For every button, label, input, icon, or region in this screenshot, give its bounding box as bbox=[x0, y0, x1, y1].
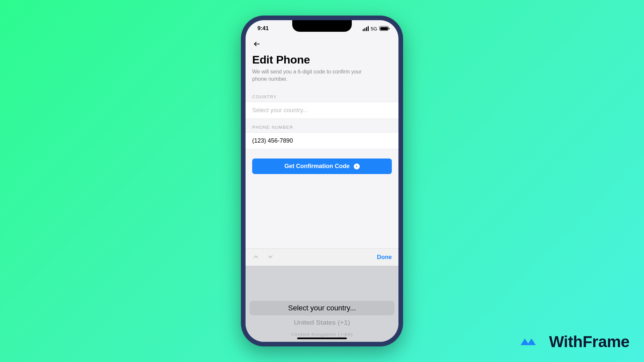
promo-stage: 9:41 5G Edit Phone We will send you a 6-… bbox=[0, 0, 644, 362]
accessory-done-button[interactable]: Done bbox=[377, 254, 392, 261]
page-subtitle: We will send you a 6-digit code to confi… bbox=[252, 68, 371, 82]
notch bbox=[292, 20, 352, 32]
accessory-prev-button[interactable] bbox=[252, 253, 259, 261]
get-code-button[interactable]: Get Confirmation Code bbox=[252, 158, 392, 174]
get-code-label: Get Confirmation Code bbox=[285, 163, 350, 170]
picker-option[interactable]: United States (+1) bbox=[246, 316, 398, 329]
accessory-next-button[interactable] bbox=[267, 253, 274, 261]
country-field-label: COUNTRY bbox=[246, 88, 398, 102]
battery-icon bbox=[379, 26, 389, 31]
brand-name: WithFrame bbox=[549, 333, 629, 351]
page-header: Edit Phone We will send you a 6-digit co… bbox=[246, 50, 398, 88]
arrow-right-circle-icon bbox=[354, 163, 360, 169]
phone-field-label: PHONE NUMBER bbox=[246, 119, 398, 132]
status-right: 5G bbox=[363, 26, 389, 31]
picker-wheel[interactable]: Select your country... United States (+1… bbox=[246, 266, 398, 342]
page-title: Edit Phone bbox=[252, 53, 392, 66]
phone-screen: 9:41 5G Edit Phone We will send you a 6-… bbox=[246, 20, 398, 342]
status-time: 9:41 bbox=[257, 25, 269, 32]
chevron-down-icon bbox=[267, 253, 274, 260]
network-label: 5G bbox=[371, 26, 377, 31]
picker-options: Select your country... United States (+1… bbox=[246, 266, 398, 342]
brand-watermark: WithFrame bbox=[520, 333, 629, 351]
input-accessory-bar: Done bbox=[246, 249, 398, 266]
chevron-up-icon bbox=[252, 253, 259, 260]
back-button[interactable] bbox=[252, 39, 261, 49]
phone-frame: 9:41 5G Edit Phone We will send you a 6-… bbox=[241, 16, 403, 346]
signal-icon bbox=[363, 26, 369, 31]
picker-option-selected[interactable]: Select your country... bbox=[246, 301, 398, 315]
phone-input[interactable]: (123) 456-7890 bbox=[246, 132, 398, 149]
country-select[interactable]: Select your country... bbox=[246, 102, 398, 119]
brand-logo-icon bbox=[520, 334, 544, 350]
home-indicator[interactable] bbox=[297, 338, 347, 339]
nav-bar bbox=[246, 37, 398, 50]
arrow-left-icon bbox=[253, 40, 260, 48]
